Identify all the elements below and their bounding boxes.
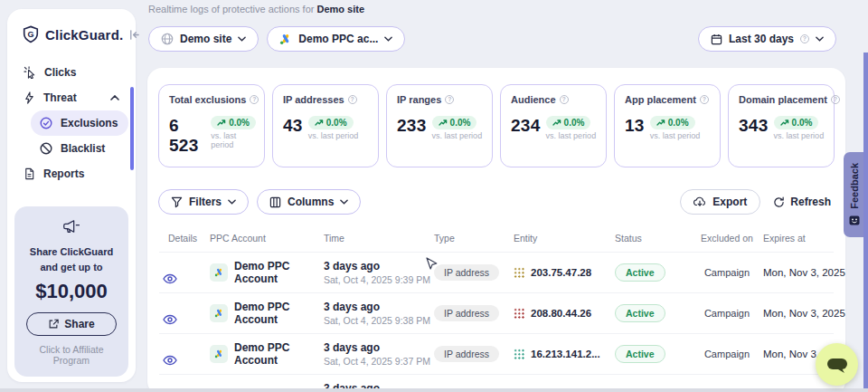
expires-at-value: Mon, Nov 3, 2025 bbox=[763, 267, 845, 278]
subtitle-site-name: Demo site bbox=[316, 4, 364, 14]
excluded-on-value: Campaign bbox=[698, 267, 756, 278]
refresh-button[interactable]: Refresh bbox=[773, 196, 831, 208]
entity-identicon bbox=[514, 308, 525, 320]
google-ads-icon bbox=[210, 304, 228, 322]
sidebar-scrollbar[interactable] bbox=[130, 87, 134, 170]
page-scrollbar[interactable] bbox=[863, 53, 868, 392]
details-eye-icon[interactable] bbox=[163, 342, 203, 366]
share-button[interactable]: Share bbox=[26, 312, 117, 336]
help-icon: ? bbox=[800, 34, 809, 43]
date-range-dropdown[interactable]: Last 30 days ? bbox=[698, 26, 836, 52]
col-header-status: Status bbox=[611, 224, 694, 253]
time-absolute: Sat, Oct 4, 2025 9:38 PM bbox=[324, 315, 427, 326]
type-badge: IP address bbox=[434, 346, 499, 362]
help-icon[interactable]: ? bbox=[348, 95, 357, 104]
window-bottom-edge bbox=[0, 388, 868, 392]
promo-caption: Click to Affiliate Program bbox=[24, 344, 119, 366]
details-eye-icon[interactable] bbox=[163, 261, 203, 284]
google-ads-icon bbox=[210, 345, 228, 363]
type-badge: IP address bbox=[434, 305, 499, 321]
stat-delta: 0.0% bbox=[326, 118, 347, 128]
help-icon[interactable]: ? bbox=[560, 95, 569, 104]
help-icon[interactable]: ? bbox=[445, 95, 454, 104]
help-icon[interactable]: ? bbox=[700, 95, 709, 104]
sidebar-item-threat[interactable]: Threat bbox=[14, 85, 128, 110]
stat-card-audience: Audience? 234 0.0% vs. last period bbox=[500, 84, 607, 167]
table-toolbar: Filters Columns Export Refr bbox=[147, 167, 845, 215]
site-selector-dropdown[interactable]: Demo site bbox=[148, 26, 259, 52]
time-absolute: Sat, Oct 4, 2025 9:37 PM bbox=[324, 356, 427, 367]
stat-delta: 0.0% bbox=[564, 118, 585, 128]
smiley-message-icon bbox=[849, 215, 860, 226]
ppc-account-name: Demo PPC Account bbox=[234, 301, 316, 326]
help-icon[interactable]: ? bbox=[831, 95, 840, 104]
trend-up-icon bbox=[552, 120, 561, 126]
stat-value: 6 523 bbox=[169, 116, 205, 156]
trend-up-icon bbox=[439, 120, 448, 126]
sidebar-collapse-icon[interactable] bbox=[128, 29, 140, 41]
sidebar-item-exclusions[interactable]: Exclusions bbox=[31, 110, 128, 136]
chat-launcher-button[interactable] bbox=[816, 343, 858, 386]
time-relative: 3 days ago bbox=[324, 341, 427, 354]
speech-bubble-icon bbox=[826, 355, 849, 375]
calendar-icon bbox=[711, 33, 722, 45]
brand-name: ClickGuard. bbox=[45, 27, 123, 43]
promo-text: Share ClickGuard and get up to bbox=[24, 244, 119, 274]
affiliate-promo-card[interactable]: Share ClickGuard and get up to $10,000 S… bbox=[14, 206, 128, 377]
stat-label: IP ranges bbox=[397, 94, 441, 105]
exclusions-log-table: Details PPC Account Time Type Entity Sta… bbox=[159, 224, 834, 392]
col-header-entity: Entity bbox=[510, 224, 611, 253]
chevron-down-icon bbox=[340, 199, 348, 205]
share-button-label: Share bbox=[64, 318, 94, 330]
expires-at-value: Mon, Nov 3, 2025 bbox=[763, 308, 845, 319]
type-badge: IP address bbox=[434, 264, 499, 281]
stat-delta: 0.0% bbox=[792, 118, 813, 128]
stat-card-total-exclusions: Total exclusions? 6 523 0.0% vs. last pe… bbox=[158, 84, 265, 167]
chevron-up-icon bbox=[110, 95, 119, 100]
feedback-tab[interactable]: Feedback bbox=[844, 152, 865, 237]
table-row[interactable]: Demo PPC Account 3 days agoSat, Oct 4, 2… bbox=[159, 253, 834, 293]
subtitle-prefix: Realtime logs of protective actions for bbox=[148, 4, 316, 14]
cloud-download-icon bbox=[693, 196, 706, 207]
page-subtitle: Realtime logs of protective actions for … bbox=[148, 4, 364, 14]
stat-delta: 0.0% bbox=[229, 118, 250, 128]
lightning-icon bbox=[24, 91, 35, 104]
table-header-row: Details PPC Account Time Type Entity Sta… bbox=[159, 224, 834, 253]
document-icon bbox=[24, 167, 35, 180]
stat-sub: vs. last period bbox=[650, 131, 701, 140]
sidebar-item-blacklist[interactable]: Blacklist bbox=[31, 136, 128, 161]
sidebar-nav: Clicks Threat Exclusions Blacklist bbox=[7, 56, 136, 186]
sidebar-item-clicks[interactable]: Clicks bbox=[14, 60, 128, 85]
stat-label: IP addresses bbox=[283, 94, 344, 105]
ppc-account-name: Demo PPC Account bbox=[234, 341, 316, 367]
table-row[interactable]: Demo PPC Account 3 days agoSat, Oct 4, 2… bbox=[159, 334, 834, 375]
table-row[interactable]: Demo PPC Account 3 days agoSat, Oct 4, 2… bbox=[159, 293, 834, 334]
promo-amount: $10,000 bbox=[24, 280, 119, 303]
sidebar-item-reports[interactable]: Reports bbox=[14, 161, 128, 186]
filters-dropdown[interactable]: Filters bbox=[158, 189, 249, 215]
ppc-account-selector-dropdown[interactable]: Demo PPC ac... bbox=[267, 26, 405, 52]
stats-cards-row: Total exclusions? 6 523 0.0% vs. last pe… bbox=[147, 68, 845, 167]
col-header-expires-at: Expires at bbox=[760, 224, 834, 253]
refresh-icon bbox=[773, 196, 785, 208]
columns-label: Columns bbox=[288, 196, 334, 208]
external-link-icon bbox=[48, 319, 59, 330]
stat-label: Total exclusions bbox=[169, 94, 246, 105]
export-button[interactable]: Export bbox=[680, 189, 760, 215]
trend-up-icon bbox=[656, 120, 665, 126]
help-icon[interactable]: ? bbox=[250, 95, 259, 104]
chevron-down-icon bbox=[384, 36, 392, 42]
ppc-account-selector-value: Demo PPC ac... bbox=[298, 33, 378, 45]
ppc-account-name: Demo PPC Account bbox=[234, 260, 316, 285]
sidebar-item-label: Clicks bbox=[44, 66, 76, 79]
time-relative: 3 days ago bbox=[324, 260, 427, 272]
details-eye-icon[interactable] bbox=[163, 301, 203, 325]
sidebar-item-label: Threat bbox=[43, 91, 77, 104]
stat-label: App placement bbox=[625, 94, 696, 105]
col-header-time: Time bbox=[320, 224, 430, 253]
feedback-tab-label: Feedback bbox=[849, 163, 860, 209]
stat-value: 13 bbox=[625, 116, 645, 136]
columns-dropdown[interactable]: Columns bbox=[257, 189, 361, 215]
check-circle-icon bbox=[40, 117, 52, 129]
time-relative: 3 days ago bbox=[324, 301, 427, 313]
